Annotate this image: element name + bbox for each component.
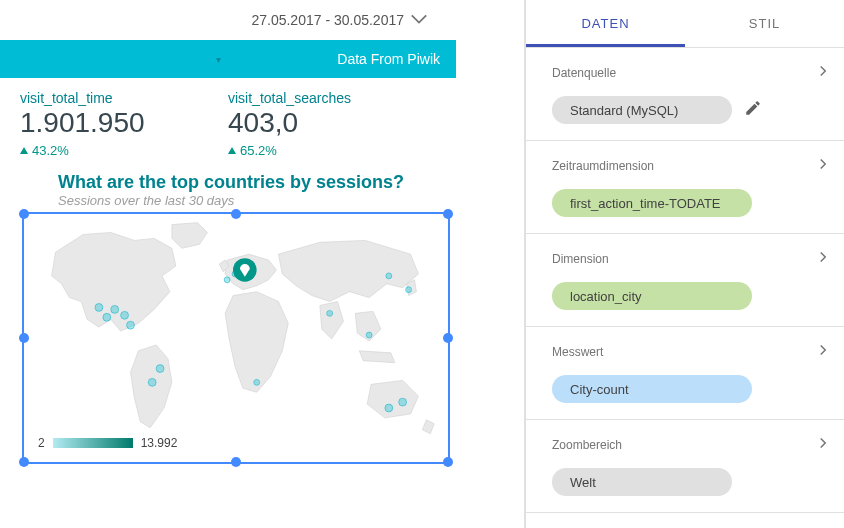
resize-handle[interactable] (19, 457, 29, 467)
section-dimension: Dimension location_city (526, 234, 844, 327)
caret-down-icon (410, 10, 428, 31)
svg-point-11 (366, 332, 372, 338)
tab-data[interactable]: DATEN (526, 0, 685, 47)
chevron-right-icon[interactable] (814, 341, 832, 363)
metric-change: 65.2% (228, 143, 436, 158)
world-map (24, 214, 448, 462)
chevron-right-icon[interactable] (814, 434, 832, 456)
arrow-up-icon (20, 147, 28, 154)
chart-title: What are the top countries by sessions? (22, 166, 450, 193)
arrow-up-icon (228, 147, 236, 154)
metric-label: visit_total_searches (228, 90, 436, 106)
metric-visit-total-searches: visit_total_searches 403,0 65.2% (228, 90, 436, 158)
chart-selection-frame[interactable]: 2 13.992 (22, 212, 450, 464)
svg-point-12 (386, 273, 392, 279)
svg-point-10 (327, 310, 333, 316)
svg-point-1 (121, 311, 129, 319)
svg-point-2 (103, 313, 111, 321)
zoom-chip[interactable]: Welt (552, 468, 732, 496)
metric-value: 1.901.950 (20, 108, 228, 139)
svg-point-8 (224, 277, 230, 283)
svg-point-6 (156, 364, 164, 372)
section-zoom: Zoombereich Welt (526, 420, 844, 513)
section-metric: Messwert City-count (526, 327, 844, 420)
pencil-icon[interactable] (744, 99, 762, 121)
section-datasource: Datenquelle Standard (MySQL) (526, 48, 844, 141)
metric-change-value: 65.2% (240, 143, 277, 158)
data-source-banner[interactable]: ▾ Data From Piwik (0, 40, 456, 78)
legend-max: 13.992 (141, 436, 178, 450)
chevron-right-icon[interactable] (814, 155, 832, 177)
svg-point-9 (254, 379, 260, 385)
panel-tabs: DATEN STIL (526, 0, 844, 48)
svg-point-14 (399, 398, 407, 406)
legend-min: 2 (38, 436, 45, 450)
chevron-right-icon[interactable] (814, 62, 832, 84)
section-title: Messwert (552, 345, 603, 359)
metric-label: visit_total_time (20, 90, 228, 106)
date-range-text: 27.05.2017 - 30.05.2017 (251, 12, 404, 28)
section-title: Zoombereich (552, 438, 622, 452)
properties-panel: DATEN STIL Datenquelle Standard (MySQL) … (525, 0, 844, 528)
legend-gradient (53, 438, 133, 448)
section-timedimension: Zeitraumdimension first_action_time-TODA… (526, 141, 844, 234)
tab-style[interactable]: STIL (685, 0, 844, 47)
map-legend: 2 13.992 (38, 436, 177, 450)
metrics-row: visit_total_time 1.901.950 43.2% visit_t… (0, 78, 456, 166)
metric-change: 43.2% (20, 143, 228, 158)
chevron-right-icon[interactable] (814, 248, 832, 270)
svg-point-4 (127, 321, 135, 329)
resize-handle[interactable] (443, 209, 453, 219)
resize-handle[interactable] (231, 209, 241, 219)
resize-handle[interactable] (443, 457, 453, 467)
dimension-chip[interactable]: location_city (552, 282, 752, 310)
metric-chip[interactable]: City-count (552, 375, 752, 403)
section-title: Datenquelle (552, 66, 616, 80)
resize-handle[interactable] (19, 209, 29, 219)
date-range-picker[interactable]: 27.05.2017 - 30.05.2017 (0, 0, 456, 40)
metric-change-value: 43.2% (32, 143, 69, 158)
banner-title: Data From Piwik (337, 51, 440, 67)
section-title: Dimension (552, 252, 609, 266)
section-title: Zeitraumdimension (552, 159, 654, 173)
geo-chart-card: What are the top countries by sessions? … (22, 166, 450, 464)
svg-point-13 (406, 287, 412, 293)
resize-handle[interactable] (19, 333, 29, 343)
svg-point-3 (95, 303, 103, 311)
timedimension-chip[interactable]: first_action_time-TODATE (552, 189, 752, 217)
datasource-chip[interactable]: Standard (MySQL) (552, 96, 732, 124)
svg-point-0 (111, 305, 119, 313)
metric-visit-total-time: visit_total_time 1.901.950 43.2% (20, 90, 228, 158)
svg-point-5 (148, 378, 156, 386)
metric-value: 403,0 (228, 108, 436, 139)
svg-point-15 (385, 404, 393, 412)
resize-handle[interactable] (231, 457, 241, 467)
caret-down-icon: ▾ (216, 54, 221, 65)
resize-handle[interactable] (443, 333, 453, 343)
